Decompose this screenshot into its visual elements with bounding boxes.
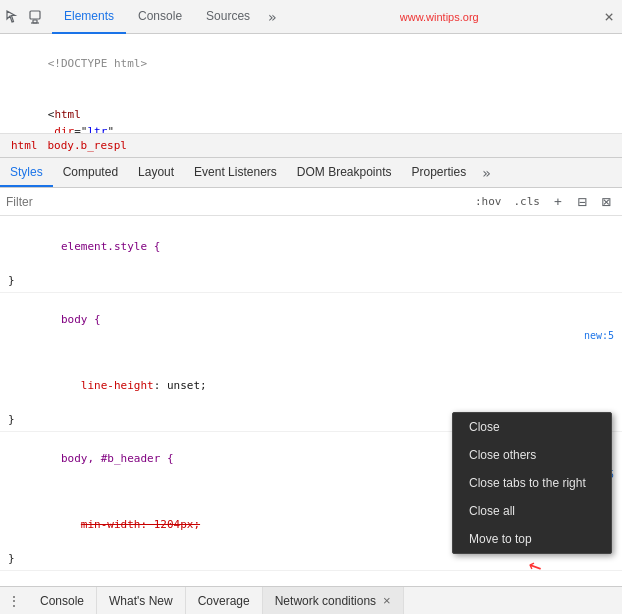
subtab-layout[interactable]: Layout <box>128 158 184 187</box>
bottom-tab-network-conditions[interactable]: Network conditions × <box>263 587 404 614</box>
tab-elements[interactable]: Elements <box>52 0 126 34</box>
context-menu-move-top[interactable]: Move to top <box>453 525 611 553</box>
subtab-dom-breakpoints[interactable]: DOM Breakpoints <box>287 158 402 187</box>
subtab-event-listeners[interactable]: Event Listeners <box>184 158 287 187</box>
filter-bar: :hov .cls + ⊟ ⊠ <box>0 188 622 216</box>
toggle-sidebar-button[interactable]: ⊟ <box>572 192 592 212</box>
filter-input[interactable] <box>6 195 465 209</box>
close-network-conditions-button[interactable]: × <box>383 593 391 608</box>
tab-console[interactable]: Console <box>126 0 194 34</box>
more-subtabs-button[interactable]: » <box>476 158 496 187</box>
favicon-text: www.wintips.org <box>400 11 479 23</box>
settings-button[interactable]: ⊠ <box>596 192 616 212</box>
breadcrumb: html body.b_respl <box>0 134 622 158</box>
selector-body: body { new:5 <box>0 295 622 361</box>
bottom-tab-whats-new[interactable]: What's New <box>97 587 186 614</box>
context-menu: Close Close others Close tabs to the rig… <box>452 412 612 554</box>
closing-element-style: } <box>0 272 622 290</box>
bottom-tab-coverage[interactable]: Coverage <box>186 587 263 614</box>
close-devtools-button[interactable]: × <box>600 8 618 26</box>
devtools-toolbar: Elements Console Sources » www.wintips.o… <box>0 0 622 34</box>
device-icon[interactable] <box>26 8 44 26</box>
toolbar-icons <box>4 8 44 26</box>
breadcrumb-body[interactable]: body.b_respl <box>45 138 130 153</box>
context-menu-close[interactable]: Close <box>453 413 611 441</box>
html-preview: <!DOCTYPE html> <html dir="ltr" lang="en… <box>0 34 622 134</box>
hov-button[interactable]: :hov <box>471 193 506 210</box>
breadcrumb-html[interactable]: html <box>8 138 41 153</box>
filter-buttons: :hov .cls + ⊟ ⊠ <box>471 192 616 212</box>
cls-button[interactable]: .cls <box>510 193 545 210</box>
main-tabs: Elements Console Sources » <box>52 0 283 34</box>
svg-rect-0 <box>30 11 40 19</box>
bottom-settings-icon[interactable]: ⋮ <box>0 587 28 615</box>
add-style-button[interactable]: + <box>548 192 568 212</box>
html-line-1: <!DOCTYPE html> <box>8 38 614 89</box>
context-menu-close-right[interactable]: Close tabs to the right <box>453 469 611 497</box>
prop-line-height: line-height: unset; <box>0 361 622 411</box>
selector-element-style: element.style { <box>0 222 622 272</box>
bottom-bar: ⋮ Console What's New Coverage Network co… <box>0 586 622 614</box>
context-menu-close-all[interactable]: Close all <box>453 497 611 525</box>
context-menu-close-others[interactable]: Close others <box>453 441 611 469</box>
subtab-styles[interactable]: Styles <box>0 158 53 187</box>
rule-element-style: element.style { } <box>0 220 622 293</box>
subtab-properties[interactable]: Properties <box>402 158 477 187</box>
subtabs-bar: Styles Computed Layout Event Listeners D… <box>0 158 622 188</box>
link-body[interactable]: new:5 <box>584 328 614 344</box>
inspect-icon[interactable] <box>4 8 22 26</box>
html-line-2: <html dir="ltr" lang="en" xml:lang="en" … <box>8 89 614 134</box>
bottom-tab-console[interactable]: Console <box>28 587 97 614</box>
more-tabs-button[interactable]: » <box>262 0 282 34</box>
subtab-computed[interactable]: Computed <box>53 158 128 187</box>
tab-sources[interactable]: Sources <box>194 0 262 34</box>
